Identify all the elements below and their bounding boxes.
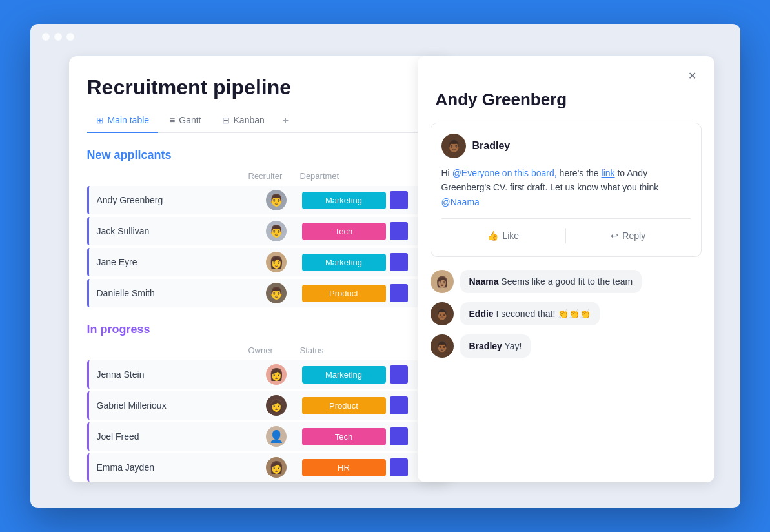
table-row[interactable]: Emma Jayden 👩 HR: [87, 453, 432, 482]
row-name: Jack Sullivan: [89, 226, 250, 236]
dept-badge: Tech: [302, 428, 386, 445]
new-applicants-header: Recruiter Departmet: [87, 169, 432, 183]
cv-link[interactable]: link: [602, 168, 615, 178]
avatar: 👨: [266, 221, 287, 241]
reply-avatar-eddie: 👨🏾: [431, 302, 454, 325]
reply-bubble: Naama Seems like a good fit to the team: [460, 270, 642, 293]
like-label: Like: [502, 230, 519, 241]
table-row[interactable]: Andy Greenberg 👨 Marketing: [87, 186, 432, 214]
tab-add-button[interactable]: +: [276, 110, 295, 132]
panel-title: Andy Greenberg: [418, 85, 714, 123]
row-avatar: 👨: [250, 190, 302, 210]
reply-text: Yay!: [505, 341, 522, 351]
reply-button[interactable]: ↩ Reply: [566, 225, 691, 246]
avatar: 👤: [266, 426, 287, 447]
tab-kanban-label: Kanban: [234, 115, 265, 125]
reply-text: Seems like a good fit to the team: [501, 276, 633, 287]
table-row[interactable]: Danielle Smith 👨 Product: [87, 279, 432, 307]
avatar: 👨: [266, 283, 287, 303]
comment-text-middle: here's the: [557, 168, 602, 178]
dot-3: [66, 33, 74, 41]
avatar: 👨: [266, 190, 287, 210]
avatar: 👩: [266, 252, 287, 272]
table-row[interactable]: Gabriel Millerioux 👩 Product: [87, 391, 432, 420]
header-name-2: [87, 345, 248, 355]
table-row[interactable]: Joel Freed 👤 Tech: [87, 422, 432, 451]
tabs-bar: ⊞ Main table ≡ Gantt ⊟ Kanban +: [87, 110, 432, 133]
in-progress-header: Owner Status: [87, 343, 432, 358]
comment-author-row: 👨🏾 Bradley: [441, 134, 691, 158]
reply-author: Eddie: [469, 309, 494, 319]
dept-badge: Marketing: [302, 254, 386, 271]
color-box: [390, 191, 408, 209]
color-box: [390, 427, 408, 445]
dept-badge: Marketing: [302, 192, 386, 209]
comment-text: Hi @Everyone on this board, here's the l…: [441, 166, 691, 209]
row-avatar: 👤: [250, 426, 302, 447]
kanban-icon: ⊟: [222, 115, 230, 125]
header-status: Status: [300, 345, 384, 355]
reply-bubble: Bradley Yay!: [460, 334, 531, 358]
gantt-icon: ≡: [170, 115, 175, 125]
row-avatar: 👩: [250, 395, 302, 416]
main-panel: Recruitment pipeline ⊞ Main table ≡ Gant…: [69, 56, 450, 482]
reply-avatar-bradley: 👨🏾: [431, 334, 454, 358]
main-table-icon: ⊞: [96, 115, 104, 125]
row-avatar: 👩: [250, 457, 302, 478]
row-avatar: 👨: [250, 283, 302, 303]
mention-naama: @Naama: [441, 197, 480, 207]
new-applicants-table: Recruiter Departmet Andy Greenberg 👨 Mar…: [87, 169, 432, 307]
app-title: Recruitment pipeline: [87, 76, 432, 99]
avatar: 👩: [266, 457, 287, 478]
author-name: Bradley: [472, 140, 511, 152]
author-avatar: 👨🏾: [441, 134, 466, 158]
reply-bubble: Eddie I seconed that! 👏👏👏: [460, 302, 600, 325]
header-name: [87, 171, 248, 181]
table-row[interactable]: Jane Eyre 👩 Marketing: [87, 248, 432, 276]
like-button[interactable]: 👍 Like: [441, 225, 566, 246]
color-box: [390, 365, 408, 384]
dept-badge: HR: [302, 459, 386, 476]
color-box: [390, 396, 408, 414]
reply-label: Reply: [622, 230, 645, 241]
in-progress-section-label: In progress: [87, 323, 432, 336]
row-name: Emma Jayden: [89, 462, 250, 473]
row-name: Danielle Smith: [89, 288, 250, 298]
row-name: Jane Eyre: [89, 257, 250, 267]
header-owner: Owner: [248, 345, 300, 355]
row-avatar: 👩: [250, 364, 302, 385]
dept-badge: Product: [302, 285, 386, 302]
dot-2: [54, 33, 62, 41]
dept-badge: Product: [302, 397, 386, 414]
main-comment-card: 👨🏾 Bradley Hi @Everyone on this board, h…: [431, 123, 702, 257]
tab-main-table[interactable]: ⊞ Main table: [87, 110, 159, 133]
reply-author: Naama: [469, 276, 499, 287]
row-name: Andy Greenberg: [89, 195, 250, 205]
table-row[interactable]: Jack Sullivan 👨 Tech: [87, 217, 432, 245]
color-box: [390, 253, 408, 271]
traffic-lights: [42, 33, 74, 41]
avatar: 👩: [266, 364, 287, 385]
header-extra: [384, 171, 410, 181]
in-progress-table: Owner Status Jenna Stein 👩 Marketing Gab…: [87, 343, 432, 482]
comment-actions: 👍 Like ↩ Reply: [441, 218, 691, 246]
row-name: Joel Freed: [89, 431, 250, 442]
close-button[interactable]: ✕: [684, 66, 702, 85]
tab-kanban[interactable]: ⊟ Kanban: [213, 110, 274, 133]
tab-main-table-label: Main table: [108, 115, 150, 125]
row-name: Gabriel Millerioux: [89, 400, 250, 411]
reply-text: I seconed that! 👏👏👏: [496, 309, 591, 319]
color-box: [390, 458, 408, 476]
new-applicants-section-label: New applicants: [87, 148, 432, 162]
table-row[interactable]: Jenna Stein 👩 Marketing: [87, 360, 432, 389]
screen-frame: Recruitment pipeline ⊞ Main table ≡ Gant…: [30, 24, 740, 508]
avatar: 👩: [266, 395, 287, 416]
tab-gantt[interactable]: ≡ Gantt: [161, 110, 210, 133]
reply-item: 👨🏾 Bradley Yay!: [431, 334, 702, 358]
dept-badge: Marketing: [302, 366, 386, 384]
dot-1: [42, 33, 50, 41]
mention-everyone: @Everyone on this board,: [452, 168, 557, 178]
row-name: Jenna Stein: [89, 369, 250, 380]
row-avatar: 👨: [250, 221, 302, 241]
comment-panel: ✕ Andy Greenberg 👨🏾 Bradley Hi @Everyone…: [418, 56, 714, 482]
